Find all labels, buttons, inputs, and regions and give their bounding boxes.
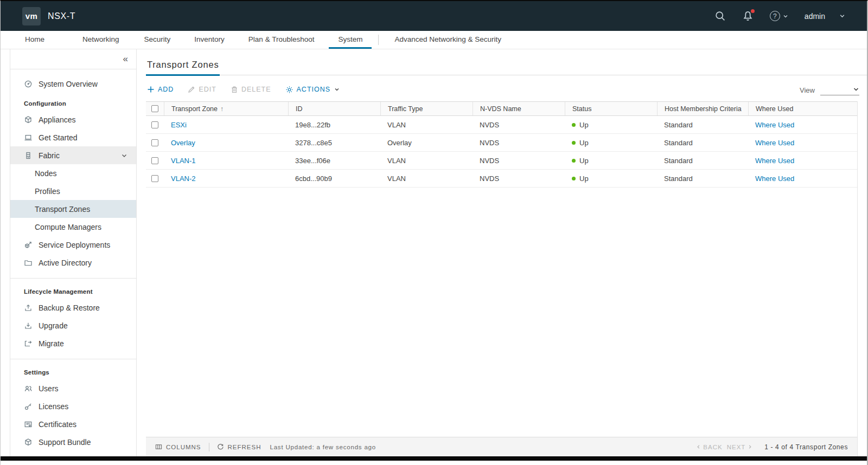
view-dropdown[interactable] [820,83,859,95]
where-used-link[interactable]: Where Used [755,139,794,147]
user-menu[interactable]: admin [805,12,845,21]
sidebar-item-backup-restore[interactable]: Backup & Restore [10,299,136,317]
columns-button[interactable]: COLUMNS [155,443,201,450]
sidebar-item-label: Backup & Restore [39,303,100,312]
sidebar-item-appliances[interactable]: Appliances [10,111,136,128]
transport-zone-link[interactable]: ESXi [171,121,187,129]
column-header-nvds-name[interactable]: N-VDS Name [473,102,565,115]
tab-plan-troubleshoot[interactable]: Plan & Troubleshoot [239,31,324,49]
collapse-sidebar-icon[interactable]: « [123,54,128,64]
sidebar-item-system-overview[interactable]: System Overview [10,75,136,93]
column-header-traffic-type[interactable]: Traffic Type [380,102,473,115]
chevron-down-icon [334,87,340,92]
where-used-link[interactable]: Where Used [755,175,794,183]
row-checkbox[interactable] [151,157,158,164]
delete-button-label: DELETE [241,86,271,93]
notifications-bell-icon[interactable] [742,10,754,22]
column-header-host-membership-criteria[interactable]: Host Membership Criteria [657,102,748,115]
edit-button[interactable]: EDIT [188,86,216,93]
sidebar-item-users[interactable]: Users [10,379,136,397]
sidebar-item-support-bundle[interactable]: Support Bundle [10,433,136,451]
row-checkbox[interactable] [151,121,158,128]
tab-system[interactable]: System [329,31,372,49]
topbar-actions: ? admin [714,10,845,22]
help-icon: ? [770,11,780,21]
left-gutter [1,49,10,456]
tab-inventory[interactable]: Inventory [185,31,234,49]
sidebar-item-licenses[interactable]: Licenses [10,397,136,415]
laptop-icon [24,133,33,142]
sidebar-item-label: Upgrade [39,321,68,330]
trash-icon [231,86,238,93]
column-header-status[interactable]: Status [565,102,657,115]
traffic-type-cell: VLAN [380,121,473,129]
sidebar-item-get-started[interactable]: Get Started [10,128,136,146]
transport-zone-link[interactable]: VLAN-1 [171,157,196,165]
actions-button[interactable]: ACTIONS [285,86,340,94]
sidebar-item-label: Certificates [39,420,76,429]
search-icon[interactable] [714,10,726,22]
service-deployments-icon [24,241,33,249]
select-all-checkbox[interactable] [151,105,158,112]
sidebar-item-label: Appliances [39,115,76,124]
sidebar-item-active-directory[interactable]: Active Directory [10,254,136,272]
sidebar-item-nodes[interactable]: Nodes [10,164,136,182]
host-membership-cell: Standard [657,121,748,129]
tab-security[interactable]: Security [135,31,180,49]
column-header-transport-zone[interactable]: Transport Zone↑ [164,102,288,115]
tab-networking[interactable]: Networking [73,31,129,49]
grid-footer: COLUMNS REFRESH Last Updated: a few seco… [146,437,857,456]
users-icon [24,384,33,393]
sidebar-item-label: Active Directory [39,259,92,267]
sidebar-item-compute-managers[interactable]: Compute Managers [10,218,136,236]
window-bottom-edge [1,456,867,461]
view-control: View [800,83,867,95]
column-header-id[interactable]: ID [288,102,380,115]
sidebar-section-lifecycle-management: Lifecycle Management [10,281,136,299]
sidebar-item-label: Migrate [39,339,64,348]
main-nav-tabs: Home Networking Security Inventory Plan … [1,31,867,49]
user-name: admin [805,12,825,21]
next-button[interactable]: NEXT [727,444,753,450]
grid-header-row: Transport Zone↑ ID Traffic Type N-VDS Na… [146,101,857,116]
add-button[interactable]: ADD [147,86,174,93]
sidebar-item-fabric[interactable]: Fabric [10,146,136,164]
sidebar-item-upgrade[interactable]: Upgrade [10,317,136,334]
sidebar: « System Overview Configuration Applianc… [10,49,137,456]
column-header-where-used[interactable]: Where Used [748,102,857,115]
chevron-right-icon [748,444,752,449]
sidebar-item-profiles[interactable]: Profiles [10,182,136,200]
status-cell: Up [565,139,657,147]
sidebar-item-label: Transport Zones [35,205,90,214]
chevron-down-icon [839,13,845,19]
host-membership-cell: Standard [657,157,748,165]
where-used-link[interactable]: Where Used [755,157,794,165]
transport-zone-link[interactable]: VLAN-2 [171,175,196,183]
vmware-logo-text: vm [25,11,38,21]
server-icon [24,151,33,160]
vmware-logo: vm [22,7,41,25]
tab-home[interactable]: Home [16,31,54,49]
where-used-link[interactable]: Where Used [755,121,794,129]
migrate-icon [24,339,33,348]
sidebar-item-service-deployments[interactable]: Service Deployments [10,236,136,254]
tab-advanced-networking-security[interactable]: Advanced Networking & Security [385,31,510,49]
row-checkbox[interactable] [151,175,158,182]
transport-zone-link[interactable]: Overlay [171,139,195,147]
tab-divider [378,35,379,45]
sidebar-item-migrate[interactable]: Migrate [10,334,136,352]
row-checkbox[interactable] [151,139,158,146]
nvds-name-cell: NVDS [473,121,565,129]
back-button[interactable]: BACK [696,444,722,450]
sidebar-item-transport-zones[interactable]: Transport Zones [10,200,136,218]
chevron-down-icon [853,86,859,93]
sidebar-divider [10,278,136,279]
sidebar-item-certificates[interactable]: Certificates [10,415,136,433]
page-header: Transport Zones [146,49,867,75]
transport-zones-grid: Transport Zone↑ ID Traffic Type N-VDS Na… [146,101,858,456]
nvds-name-cell: NVDS [473,157,565,165]
app-window: vm NSX-T ? admin Home Networking Securit… [0,0,868,465]
refresh-button[interactable]: REFRESH [217,443,261,450]
delete-button[interactable]: DELETE [231,86,271,93]
help-menu[interactable]: ? [770,11,788,21]
